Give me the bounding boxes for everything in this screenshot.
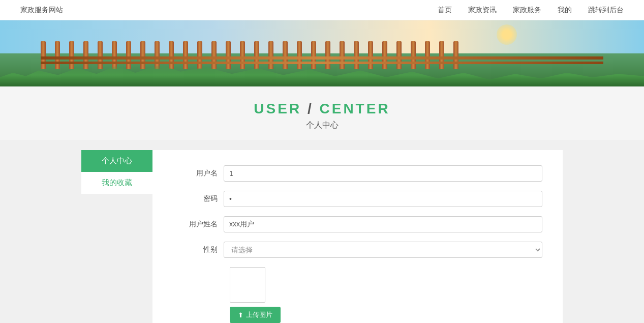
title-part2: CENTER — [320, 101, 390, 116]
page-title-en: USER / CENTER — [0, 101, 644, 117]
main-container: 个人中心 我的收藏 用户名 密码 用户姓名 性别 请选择 男 女 — [0, 140, 644, 323]
page-title-section: USER / CENTER 个人中心 — [0, 86, 644, 140]
display-name-input[interactable] — [224, 216, 542, 232]
password-label: 密码 — [183, 194, 224, 203]
avatar-section: ⬆ 上传图片 — [230, 267, 542, 323]
title-slash: / — [301, 101, 319, 116]
navbar-links: 首页 家政资讯 家政服务 我的 跳转到后台 — [438, 6, 624, 15]
navbar: 家政服务网站 首页 家政资讯 家政服务 我的 跳转到后台 — [0, 0, 644, 20]
upload-icon: ⬆ — [238, 311, 243, 319]
title-part1: USER — [254, 101, 301, 116]
gender-row: 性别 请选择 男 女 — [183, 242, 542, 258]
my-link[interactable]: 我的 — [558, 6, 572, 15]
fence-decoration — [0, 44, 644, 69]
password-input[interactable] — [224, 191, 542, 207]
service-link[interactable]: 家政服务 — [513, 6, 541, 15]
username-row: 用户名 — [183, 165, 542, 182]
display-name-row: 用户姓名 — [183, 216, 542, 232]
page-title-zh: 个人中心 — [0, 120, 644, 131]
sidebar: 个人中心 我的收藏 — [81, 150, 152, 323]
sidebar-item-favorites[interactable]: 我的收藏 — [81, 172, 152, 194]
news-link[interactable]: 家政资讯 — [468, 6, 497, 15]
content-area: 用户名 密码 用户姓名 性别 请选择 男 女 ⬆ 上传图片 — [152, 150, 563, 323]
password-row: 密码 — [183, 191, 542, 207]
hero-banner — [0, 20, 644, 86]
home-link[interactable]: 首页 — [438, 6, 452, 15]
admin-link[interactable]: 跳转到后台 — [588, 6, 624, 15]
gender-select[interactable]: 请选择 男 女 — [224, 242, 542, 258]
navbar-brand: 家政服务网站 — [20, 6, 63, 15]
username-input[interactable] — [224, 165, 542, 182]
display-name-label: 用户姓名 — [183, 220, 224, 229]
sidebar-item-personal-center[interactable]: 个人中心 — [81, 150, 152, 172]
username-label: 用户名 — [183, 169, 224, 178]
upload-label: 上传图片 — [246, 310, 272, 319]
upload-image-button[interactable]: ⬆ 上传图片 — [230, 307, 281, 323]
avatar-preview — [230, 267, 265, 303]
gender-label: 性别 — [183, 245, 224, 254]
